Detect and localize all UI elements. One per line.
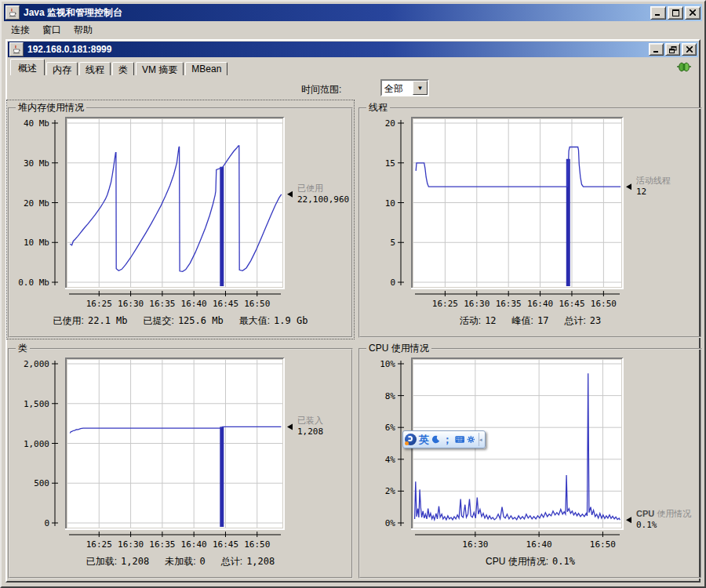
menubar: 连接 窗口 帮助 — [4, 22, 702, 38]
java-logo-icon — [5, 5, 20, 20]
ime-settings-gear-icon[interactable] — [467, 434, 475, 445]
tab-bar: 概述 内存 线程 类 VM 摘要 MBean — [10, 59, 229, 75]
threads-stats: 活动:12峰值:17总计:23 — [358, 314, 702, 328]
close-button[interactable] — [685, 6, 701, 20]
threads-panel: 线程 活动:12峰值:17总计:23 2015105016:2516:3016:… — [358, 101, 702, 338]
connection-titlebar: 192.168.0.181:8999 — [8, 42, 698, 57]
tab-threads[interactable]: 线程 — [79, 62, 111, 75]
panel-title-classes: 类 — [16, 342, 30, 355]
time-range-value: 全部 — [382, 81, 413, 95]
app-window: Java 监视和管理控制台 连接 窗口 帮助 192.168.0.181:899… — [0, 0, 706, 588]
classes-panel: 类 已加载:1,208未加载:0总计:1,208 2,0001,5001,000… — [8, 342, 353, 579]
tab-classes[interactable]: 类 — [112, 62, 134, 75]
panel-title-cpu: CPU 使用情况 — [366, 342, 431, 355]
connection-title: 192.168.0.181:8999 — [27, 44, 111, 55]
heap-stat: 最大值:1.9 Gb — [239, 315, 308, 326]
panel-title-threads: 线程 — [366, 101, 390, 114]
ime-collapse-handle[interactable]: ◂ — [479, 433, 483, 446]
ime-toolbar: 英 ； ◂ — [402, 430, 486, 448]
classes-stat: 已加载:1,208 — [86, 556, 165, 567]
close-button[interactable] — [682, 43, 697, 56]
tab-overview[interactable]: 概述 — [10, 59, 45, 75]
minimize-button[interactable] — [650, 6, 666, 20]
tab-vm-summary[interactable]: VM 摘要 — [136, 62, 184, 75]
heap-usage-panel: 堆内存使用情况 已使用:22.1 Mb已提交:125.6 Mb最大值:1.9 G… — [8, 101, 353, 338]
maximize-button[interactable] — [668, 6, 683, 20]
restore-button[interactable] — [665, 43, 680, 56]
chevron-down-icon[interactable]: ▼ — [413, 81, 428, 95]
heap-stat: 已使用:22.1 Mb — [53, 315, 144, 326]
menu-connect[interactable]: 连接 — [5, 22, 35, 38]
ime-keyboard-icon[interactable] — [455, 435, 464, 444]
threads-stat: 峰值:17 — [512, 315, 565, 326]
ime-fullwidth-moon-icon[interactable] — [431, 434, 440, 445]
ime-language-button[interactable]: 英 — [419, 434, 429, 445]
time-range-select[interactable]: 全部 ▼ — [380, 79, 429, 96]
heap-stat: 已提交:125.6 Mb — [144, 315, 239, 326]
ime-logo-icon[interactable] — [405, 434, 417, 445]
tab-memory[interactable]: 内存 — [46, 62, 78, 75]
panel-title-heap: 堆内存使用情况 — [16, 101, 86, 114]
java-logo-icon — [9, 42, 24, 56]
menu-window[interactable]: 窗口 — [37, 22, 67, 38]
cpu-stat: CPU 使用情况:0.1% — [486, 556, 575, 567]
tab-mbean[interactable]: MBean — [185, 62, 227, 75]
cpu-usage-panel: CPU 使用情况 CPU 使用情况:0.1% 10%8%6%4%2%0%16:3… — [358, 342, 702, 579]
menu-help[interactable]: 帮助 — [68, 22, 98, 38]
classes-stat: 总计:1,208 — [221, 556, 275, 567]
threads-stat: 总计:23 — [564, 315, 601, 326]
connection-status-icon[interactable] — [677, 61, 691, 73]
threads-stat: 活动:12 — [460, 315, 512, 326]
heap-stats: 已使用:22.1 Mb已提交:125.6 Mb最大值:1.9 Gb — [8, 314, 353, 328]
classes-stat: 未加载:0 — [165, 556, 221, 567]
ime-punctuation-button[interactable]: ； — [442, 434, 453, 445]
classes-stats: 已加载:1,208未加载:0总计:1,208 — [8, 555, 353, 568]
cpu-stats: CPU 使用情况:0.1% — [358, 555, 702, 568]
minimize-button[interactable] — [649, 43, 664, 56]
app-titlebar: Java 监视和管理控制台 — [4, 4, 702, 21]
app-title: Java 监视和管理控制台 — [24, 6, 122, 20]
time-range-label: 时间范围: — [301, 83, 341, 96]
